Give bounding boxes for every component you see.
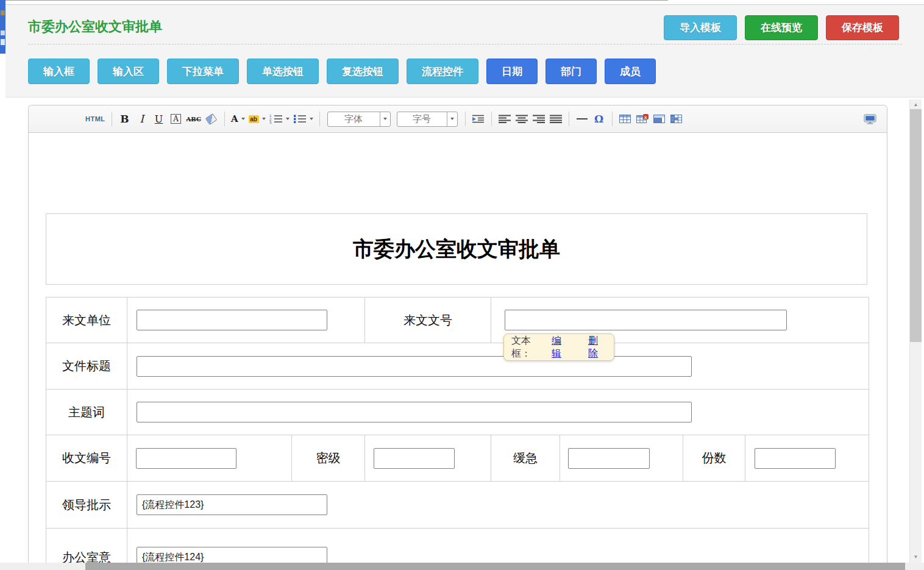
secrecy-level-input[interactable] (374, 448, 455, 469)
unordered-list-button[interactable] (293, 110, 313, 127)
template-actions: 导入模板 在线预览 保存模板 (664, 15, 899, 40)
insert-table-button[interactable] (619, 110, 632, 127)
align-center-button[interactable] (515, 110, 528, 127)
indent-button[interactable] (472, 110, 485, 127)
cell-document-title (127, 343, 869, 390)
align-right-button[interactable] (532, 110, 546, 127)
underline-button[interactable]: U (152, 110, 166, 127)
horizontal-rule-button[interactable] (575, 110, 589, 127)
vertical-scrollbar-thumb[interactable] (910, 109, 922, 342)
chevron-down-icon (241, 118, 245, 120)
html-source-button[interactable]: HTML (85, 110, 105, 127)
html-source-label: HTML (85, 115, 105, 123)
popover-delete-link[interactable]: 删除 (588, 335, 606, 360)
toolbar-separator (612, 112, 613, 126)
table-row-properties-button[interactable] (653, 110, 666, 127)
save-template-button[interactable]: 保存模板 (826, 15, 899, 40)
chevron-down-icon (383, 118, 387, 120)
remove-format-button[interactable] (205, 110, 218, 127)
align-left-icon (499, 115, 511, 123)
widget-button-flow-control[interactable]: 流程控件 (407, 59, 478, 84)
indent-icon (472, 115, 485, 123)
vertical-scrollbar[interactable]: ▲ ▼ (909, 99, 922, 570)
cell-source-unit (127, 297, 365, 343)
strip-icon-fragment (1, 30, 5, 35)
toolbar-separator (569, 112, 569, 126)
font-family-select[interactable]: 字体 (327, 112, 391, 127)
rich-text-editor: HTML B I U A ABC A ab (28, 105, 887, 570)
leader-instructions-input[interactable] (137, 494, 327, 515)
italic-button[interactable]: I (135, 110, 149, 127)
online-preview-button[interactable]: 在线预览 (745, 15, 818, 40)
eraser-icon (205, 113, 218, 124)
highlight-color-button[interactable]: ab (249, 110, 266, 127)
widget-button-date[interactable]: 日期 (486, 59, 538, 84)
subject-word-input[interactable] (137, 402, 692, 422)
font-size-select[interactable]: 字号 (397, 112, 458, 127)
align-justify-button[interactable] (549, 110, 563, 127)
bold-button[interactable]: B (118, 110, 132, 127)
popover-edit-link[interactable]: 编辑 (552, 335, 570, 360)
popover-field-type-label: 文本框： (511, 335, 548, 360)
insert-table-icon (619, 114, 631, 124)
align-right-icon (533, 115, 545, 123)
cell-secrecy-level (365, 435, 491, 482)
receipt-number-input[interactable] (136, 448, 236, 469)
boxed-a-icon: A (171, 114, 181, 124)
toolbar-separator (491, 112, 492, 126)
cell-urgency (560, 435, 683, 482)
font-family-dropdown-button[interactable] (380, 112, 390, 126)
font-color-button[interactable]: A (231, 110, 245, 127)
ordered-list-icon: 1 2 3 (269, 114, 283, 124)
widget-button-dropdown[interactable]: 下拉菜单 (167, 59, 239, 84)
label-secrecy-level: 密级 (292, 435, 365, 482)
table-cell-properties-button[interactable] (670, 110, 683, 127)
label-document-number: 来文文号 (365, 297, 491, 343)
strikethrough-button[interactable]: ABC (187, 110, 201, 127)
highlight-icon: ab (249, 115, 259, 123)
source-unit-input[interactable] (137, 310, 327, 330)
ordered-list-button[interactable]: 1 2 3 (269, 110, 290, 127)
textbox-field-popover: 文本框： 编辑 删除 (503, 333, 614, 361)
delete-table-icon: x (636, 114, 649, 124)
cell-copies (745, 435, 869, 482)
widget-button-input-box[interactable]: 输入框 (28, 59, 90, 84)
document-title-cell[interactable]: 市委办公室收文审批单 (46, 213, 867, 285)
import-template-button[interactable]: 导入模板 (664, 15, 737, 40)
scroll-up-button[interactable]: ▲ (910, 99, 922, 109)
table-row: 领导批示 (46, 482, 869, 529)
strip-icon-fragment (1, 39, 5, 45)
horizontal-scrollbar[interactable] (0, 563, 924, 570)
copies-input[interactable] (755, 448, 836, 469)
background-window-strip (0, 0, 5, 54)
widget-button-checkbox[interactable]: 复选按钮 (327, 59, 399, 84)
template-designer-window: 市委办公室收文审批单 导入模板 在线预览 保存模板 输入框 输入区 下拉菜单 单… (0, 0, 924, 570)
horizontal-scrollbar-thumb[interactable] (85, 563, 905, 570)
font-size-dropdown-button[interactable] (447, 112, 457, 126)
header-panel: 市委办公室收文审批单 导入模板 在线预览 保存模板 输入框 输入区 下拉菜单 单… (5, 4, 924, 98)
boxed-a-button[interactable]: A (169, 110, 183, 127)
font-color-icon: A (231, 113, 238, 124)
label-source-unit: 来文单位 (46, 297, 127, 343)
delete-table-button[interactable]: x (636, 110, 649, 127)
table-row: 来文单位 来文文号 (46, 297, 869, 343)
svg-text:3: 3 (269, 121, 272, 124)
align-left-button[interactable] (498, 110, 511, 127)
toolbar-separator (112, 112, 112, 126)
urgency-input[interactable] (568, 448, 650, 469)
widget-button-radio[interactable]: 单选按钮 (247, 59, 319, 84)
table-row: 收文编号 密级 缓急 份数 (46, 435, 869, 482)
widget-button-textarea[interactable]: 输入区 (98, 59, 159, 84)
document-number-input[interactable] (505, 310, 787, 330)
header-divider (28, 44, 902, 45)
widget-button-member[interactable]: 成员 (605, 59, 656, 84)
widget-button-department[interactable]: 部门 (546, 59, 597, 84)
horizontal-rule-icon (577, 118, 588, 119)
scroll-down-button[interactable]: ▼ (910, 552, 922, 561)
label-subject-word: 主题词 (46, 390, 127, 435)
special-char-button[interactable]: Ω (592, 110, 606, 127)
chevron-down-icon (310, 118, 313, 120)
chevron-down-icon (286, 118, 290, 120)
fullscreen-button[interactable] (863, 110, 876, 127)
window-top-edge (0, 0, 668, 1)
